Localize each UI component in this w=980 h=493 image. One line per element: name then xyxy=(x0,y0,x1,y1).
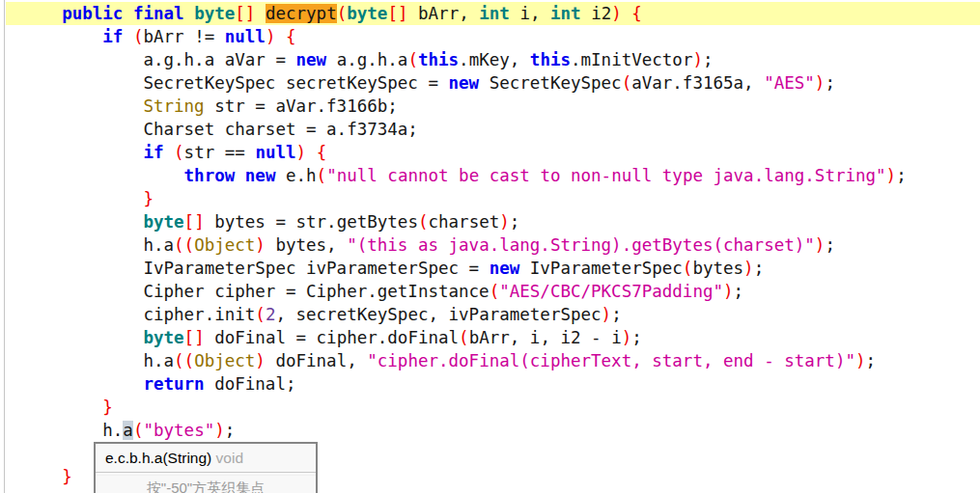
code-token xyxy=(21,467,62,486)
doc-popup-row-signature: e.c.b.h.a(String) void xyxy=(96,444,316,472)
code-token-separator: { xyxy=(317,143,327,162)
code-token-separator: { xyxy=(286,27,296,46)
code-token-separator: ) xyxy=(743,259,754,278)
code-token: ; xyxy=(703,50,714,69)
code-token: doFinal, xyxy=(266,351,367,370)
doc-popup-comment: 按"-50"方英织集点 xyxy=(96,476,316,493)
code-token: SecretKeySpec xyxy=(479,73,622,93)
code-token-separator: (( xyxy=(174,351,194,370)
code-token: ; xyxy=(754,259,765,278)
code-token: bytes = str.getBytes xyxy=(205,212,418,232)
code-token-separator: { xyxy=(631,4,642,23)
code-line[interactable]: h.a("bytes"); xyxy=(6,419,980,442)
code-token: Cipher cipher = Cipher.getInstance xyxy=(21,282,490,301)
code-line[interactable]: if (bArr != null) { xyxy=(6,25,980,48)
code-token: h.a xyxy=(21,351,174,370)
code-token: ; xyxy=(225,421,236,440)
code-token-separator: ( xyxy=(174,143,184,162)
code-token-separator: ) xyxy=(815,235,826,255)
code-area[interactable]: public final byte[] decrypt(byte[] bArr,… xyxy=(6,2,980,488)
code-token-class: String xyxy=(143,96,204,116)
code-token xyxy=(21,166,184,185)
code-line[interactable]: byte[] doFinal = cipher.doFinal(bArr, i,… xyxy=(6,326,980,349)
code-token-type: int xyxy=(550,4,581,23)
code-line[interactable]: throw new e.h("null cannot be cast to no… xyxy=(6,164,980,187)
code-token-separator: } xyxy=(143,189,154,208)
code-line[interactable]: IvParameterSpec ivParameterSpec = new Iv… xyxy=(6,257,980,280)
code-token xyxy=(255,4,266,23)
code-token-string: "AES/CBC/PKCS7Padding" xyxy=(499,282,723,301)
code-token-keyword: if xyxy=(102,27,123,46)
code-token: ; xyxy=(631,328,642,347)
code-line[interactable]: return doFinal; xyxy=(6,372,980,396)
code-token xyxy=(123,4,133,23)
code-line[interactable]: h.a((Object) doFinal, "cipher.doFinal(ci… xyxy=(6,349,980,372)
decompiler-code-view: { "editor": { "colors": { "current_line_… xyxy=(0,0,980,493)
code-token: bArr, xyxy=(407,4,479,23)
code-token xyxy=(164,143,175,162)
code-token xyxy=(21,4,62,23)
caret-symbol-highlight[interactable]: a xyxy=(123,421,133,440)
code-token-separator: ) xyxy=(622,328,632,347)
code-line[interactable]: h.a((Object) bytes, "(this as java.lang.… xyxy=(6,233,980,257)
marked-occurrence-highlight[interactable]: decrypt xyxy=(266,4,337,23)
code-line[interactable]: byte[] bytes = str.getBytes(charset); xyxy=(6,210,980,233)
code-token-keyword: null xyxy=(225,27,266,46)
code-token xyxy=(21,27,102,46)
code-token-separator: [] xyxy=(184,212,205,232)
code-token: bytes, xyxy=(266,235,347,255)
code-token xyxy=(21,328,143,347)
code-line[interactable]: } xyxy=(6,187,980,210)
code-token: aVar.f3165a, xyxy=(631,73,764,93)
code-token: str == xyxy=(184,143,256,162)
code-token: ; xyxy=(866,351,877,370)
code-line[interactable]: Charset charset = a.f3734a; xyxy=(6,118,980,141)
code-token-separator: ( xyxy=(133,421,144,440)
code-token-separator: ) xyxy=(611,4,622,23)
code-token-separator: ( xyxy=(133,27,144,46)
code-token-type: byte xyxy=(143,212,183,232)
code-token-separator: } xyxy=(62,467,72,486)
code-token-separator: ) xyxy=(602,305,612,324)
code-line[interactable]: Cipher cipher = Cipher.getInstance("AES/… xyxy=(6,280,980,303)
code-token: e.h xyxy=(275,166,316,185)
code-token-keyword: new xyxy=(295,50,326,69)
code-token: Charset charset = a.f3734a; xyxy=(21,120,418,139)
code-token-string: "(this as java.lang.String).getBytes(cha… xyxy=(347,235,815,255)
code-token xyxy=(123,27,133,46)
code-line[interactable]: } xyxy=(6,396,980,419)
code-token: cipher.init xyxy=(21,305,255,324)
code-token: i, xyxy=(510,4,550,23)
code-token xyxy=(21,96,143,116)
code-line[interactable]: cipher.init(2, secretKeySpec, ivParamete… xyxy=(6,303,980,326)
code-token-keyword: if xyxy=(143,143,163,162)
code-token-keyword: throw xyxy=(184,166,236,185)
code-token-keyword: new xyxy=(449,73,480,93)
code-token: charset xyxy=(428,212,499,232)
code-line[interactable]: String str = aVar.f3166b; xyxy=(6,95,980,118)
code-token xyxy=(235,166,245,185)
code-token-string: "null cannot be cast to non-null type ja… xyxy=(326,166,885,185)
code-token-keyword: new xyxy=(490,259,520,278)
code-token-separator: ( xyxy=(683,259,693,278)
code-token: bytes xyxy=(692,259,743,278)
doc-popup: e.c.b.h.a(String) void 按"-50"方英织集点 xyxy=(94,442,318,493)
code-token-type: byte xyxy=(194,4,235,23)
code-token-separator: ( xyxy=(622,73,632,93)
code-token xyxy=(21,397,102,417)
code-line[interactable]: if (str == null) { xyxy=(6,141,980,164)
code-token-type: int xyxy=(479,4,510,23)
code-token-keyword: final xyxy=(133,4,184,23)
code-token-separator: ) xyxy=(499,212,510,232)
code-token-separator: ( xyxy=(255,305,266,324)
code-line[interactable]: a.g.h.a aVar = new a.g.h.a(this.mKey, th… xyxy=(6,48,980,71)
code-token-separator: ) xyxy=(886,166,897,185)
code-line[interactable]: SecretKeySpec secretKeySpec = new Secret… xyxy=(6,71,980,95)
code-token-separator: ( xyxy=(459,328,469,347)
code-token-keyword: null xyxy=(255,143,295,162)
code-line[interactable]: public final byte[] decrypt(byte[] bArr,… xyxy=(6,2,980,25)
gutter-separator xyxy=(4,0,5,493)
code-token xyxy=(306,143,317,162)
code-token-separator: ( xyxy=(317,166,327,185)
code-token-separator: ) xyxy=(255,235,266,255)
